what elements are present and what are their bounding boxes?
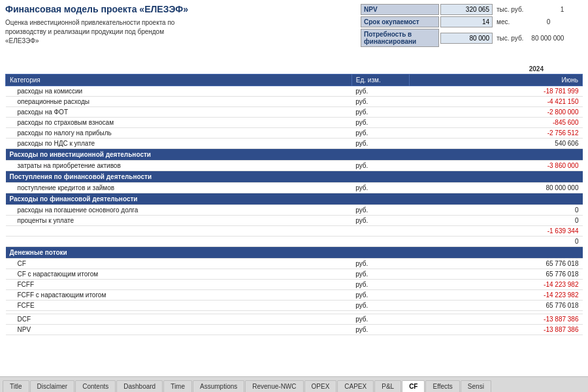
tab-revenue-nwc[interactable]: Revenue-NWC: [245, 380, 303, 392]
table-header-row: Категория Ед. изм. Июнь: [6, 74, 583, 86]
row-unit: руб.: [351, 325, 409, 335]
row-category: проценты к уплате: [6, 216, 352, 226]
tab-sensi[interactable]: Sensi: [461, 380, 491, 392]
table-row: проценты к уплатеруб.0: [6, 216, 583, 226]
row-unit: руб.: [351, 86, 409, 97]
tab-dashboard[interactable]: Dashboard: [116, 380, 163, 392]
row-category: расходы по страховым взносам: [6, 118, 352, 128]
row-value: 0: [410, 216, 583, 226]
tab-cf[interactable]: CF: [402, 380, 425, 392]
tab-title[interactable]: Title: [3, 380, 29, 392]
table-row: расходы на комиссиируб.-18 781 999: [6, 86, 583, 97]
tab-effects[interactable]: Effects: [425, 380, 459, 392]
row-category: CF: [6, 259, 352, 269]
row-category: расходы по налогу на прибыль: [6, 128, 352, 139]
table-row: DCFруб.-13 887 386: [6, 314, 583, 325]
kpi-label-2: Потребность в финансировани: [361, 29, 439, 47]
row-category: расходы на комиссии: [6, 86, 352, 97]
row-category: расходы на погашение основного долга: [6, 205, 352, 216]
tab-contents[interactable]: Contents: [75, 380, 116, 392]
row-unit: [351, 226, 409, 237]
table-row: CFруб.65 776 018: [6, 259, 583, 269]
row-value: -3 860 000: [410, 161, 583, 171]
table-row: затраты на приобретение активовруб.-3 86…: [6, 161, 583, 171]
row-value: 540 606: [410, 139, 583, 149]
year-row: 2024: [0, 65, 588, 73]
row-category: [6, 237, 352, 247]
section-header-label: Расходы по финансовой деятельности: [6, 193, 583, 205]
row-category: затраты на приобретение активов: [6, 161, 352, 171]
row-category: операционные расходы: [6, 97, 352, 107]
table-row: расходы по налогу на прибыльруб.-2 756 5…: [6, 128, 583, 139]
row-unit: руб.: [351, 97, 409, 107]
row-value: -13 887 386: [410, 325, 583, 335]
row-value: 0: [410, 237, 583, 247]
row-category: расходы по НДС к уплате: [6, 139, 352, 149]
kpi-unit-0: тыс. руб.: [494, 5, 526, 14]
row-category: DCF: [6, 314, 352, 325]
row-category: FCFF с нарастающим итогом: [6, 290, 352, 301]
table-row: расходы на ФОТруб.-2 800 000: [6, 107, 583, 118]
tab-bar: TitleDisclaimerContentsDashboardTimeAssu…: [0, 376, 588, 392]
project-subtitle: Оценка инвестиционной привлекательности …: [5, 18, 354, 46]
tab-capex[interactable]: CAPEX: [337, 380, 374, 392]
table-section-header: Расходы по инвестиционной деятельности: [6, 149, 583, 161]
row-category: расходы на ФОТ: [6, 107, 352, 118]
row-value: -845 600: [410, 118, 583, 128]
row-value: -2 800 000: [410, 107, 583, 118]
kpi-value-0: 320 065: [440, 4, 493, 15]
table-row: FCFEруб.65 776 018: [6, 301, 583, 311]
kpi-value-1: 14: [440, 16, 493, 27]
row-category: CF с нарастающим итогом: [6, 269, 352, 280]
row-value: 0: [410, 205, 583, 216]
tab-opex[interactable]: OPEX: [304, 380, 337, 392]
table-row: расходы по НДС к уплатеруб.540 606: [6, 139, 583, 149]
year-label: 2024: [517, 65, 583, 73]
row-unit: руб.: [351, 216, 409, 226]
row-unit: руб.: [351, 205, 409, 216]
row-unit: руб.: [351, 107, 409, 118]
table-section-header: Денежные потоки: [6, 247, 583, 259]
table-section-header: Поступления по финансовой деятельности: [6, 171, 583, 183]
row-unit: руб.: [351, 183, 409, 193]
row-value: -4 421 150: [410, 97, 583, 107]
row-category: [6, 226, 352, 237]
table-row: FCFF с нарастающим итогомруб.-14 223 982: [6, 290, 583, 301]
tab-disclaimer[interactable]: Disclaimer: [30, 380, 75, 392]
section-header-label: Поступления по финансовой деятельности: [6, 171, 583, 183]
tab-pl[interactable]: P&L: [374, 380, 401, 392]
table-row: NPVруб.-13 887 386: [6, 325, 583, 335]
row-category: FCFF: [6, 280, 352, 290]
row-unit: руб.: [351, 280, 409, 290]
table-section-header: Расходы по финансовой деятельности: [6, 193, 583, 205]
table-row: FCFFруб.-14 223 982: [6, 280, 583, 290]
table-row: операционные расходыруб.-4 421 150: [6, 97, 583, 107]
row-unit: руб.: [351, 139, 409, 149]
row-category: FCFE: [6, 301, 352, 311]
row-unit: руб.: [351, 301, 409, 311]
kpi-value-2: 80 000: [440, 33, 493, 44]
row-category: поступление кредитов и займов: [6, 183, 352, 193]
kpi-unit-2: тыс. руб.: [494, 33, 526, 43]
kpi-extra-0: 1: [527, 5, 566, 14]
row-unit: руб.: [351, 314, 409, 325]
row-value: 65 776 018: [410, 259, 583, 269]
kpi-label-1: Срок окупаемост: [361, 16, 439, 27]
section-header-label: Денежные потоки: [6, 247, 583, 259]
row-unit: руб.: [351, 290, 409, 301]
tab-assumptions[interactable]: Assumptions: [193, 380, 244, 392]
row-unit: руб.: [351, 269, 409, 280]
table-row: 0: [6, 237, 583, 247]
main-table-wrapper[interactable]: Категория Ед. изм. Июнь расходы на комис…: [0, 74, 588, 376]
section-header-label: Расходы по инвестиционной деятельности: [6, 149, 583, 161]
table-row: CF с нарастающим итогомруб.65 776 018: [6, 269, 583, 280]
row-value: -14 223 982: [410, 280, 583, 290]
row-value: -14 223 982: [410, 290, 583, 301]
table-row: поступление кредитов и займовруб.80 000 …: [6, 183, 583, 193]
kpi-label-0: NPV: [361, 4, 439, 15]
row-value: -1 639 344: [410, 226, 583, 237]
row-value: 65 776 018: [410, 301, 583, 311]
row-value: 65 776 018: [410, 269, 583, 280]
tab-time[interactable]: Time: [163, 380, 192, 392]
kpi-row-2: Потребность в финансировани80 000тыс. ру…: [361, 29, 583, 47]
